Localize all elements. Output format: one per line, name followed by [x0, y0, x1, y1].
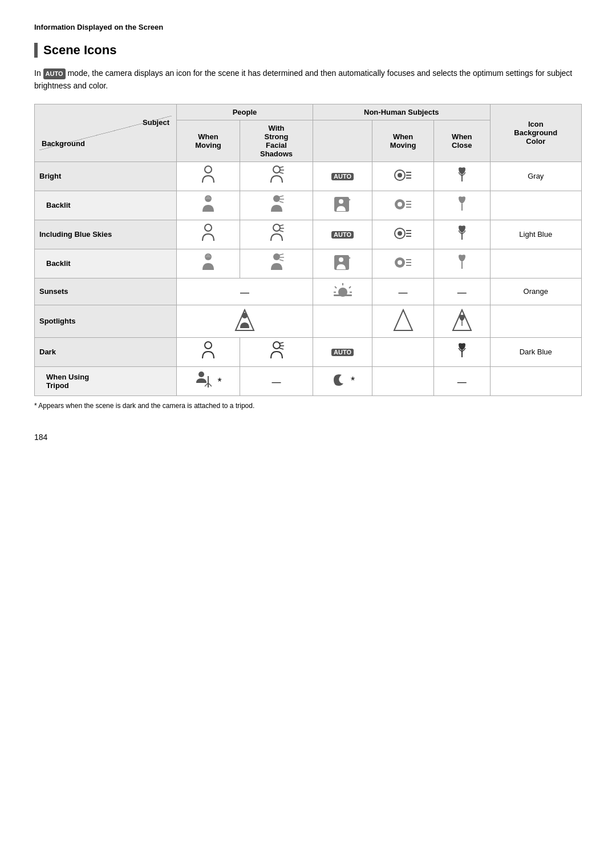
svg-rect-54	[334, 294, 352, 296]
sunsets-label: Sunsets	[35, 278, 177, 305]
sunset-icon	[333, 282, 353, 299]
moon-icon	[330, 372, 347, 389]
dash4: —	[272, 377, 281, 387]
when-moving-header: WhenMoving	[177, 120, 240, 162]
svg-line-13	[279, 196, 283, 197]
dark-label: Dark	[35, 337, 177, 366]
dash1: —	[240, 288, 249, 297]
svg-line-37	[279, 254, 283, 255]
svg-marker-57	[394, 310, 412, 330]
blue-skies-icon-color: Light Blue	[490, 220, 581, 249]
flower-blue-icon	[454, 224, 470, 243]
tripod-asterisk: *	[218, 375, 222, 387]
bright-people-shadows	[240, 162, 313, 191]
dash3: —	[457, 288, 467, 297]
corner-header: Subject Background	[35, 104, 177, 162]
dark-shadows	[240, 337, 313, 366]
svg-line-61	[279, 342, 283, 344]
dark-non-moving	[372, 337, 434, 366]
sunsets-when-close: —	[434, 278, 490, 305]
svg-point-41	[339, 257, 343, 262]
blue-skies-shadows	[240, 220, 313, 249]
flower-dark3-icon	[454, 341, 470, 361]
bright-non-human: AUTO	[313, 162, 372, 191]
non-human-header: Non-Human Subjects	[313, 104, 491, 120]
svg-line-28	[279, 231, 283, 232]
spotlight-flower-icon	[451, 309, 473, 332]
svg-line-63	[279, 348, 283, 349]
svg-line-15	[279, 201, 283, 203]
row-sunsets: Sunsets — — —	[35, 278, 582, 305]
bright-backlit-shadows	[240, 191, 313, 220]
blue-skies-people-moving	[177, 220, 240, 249]
spotlights-non-human-empty	[313, 305, 372, 337]
dark-non-human: AUTO	[313, 337, 372, 366]
sunsets-non-human	[313, 278, 372, 305]
flag-person2-icon	[334, 255, 352, 271]
svg-point-44	[398, 260, 402, 265]
blue-skies-backlit-non-moving	[372, 249, 434, 278]
svg-point-25	[273, 224, 280, 231]
row-bright-backlit: Backlit	[35, 191, 582, 220]
bright-when-close	[434, 162, 490, 191]
person-shadow-icon	[269, 165, 285, 185]
svg-line-39	[279, 260, 283, 261]
dash5: —	[457, 377, 467, 387]
tripod-icon-color	[490, 366, 581, 395]
auto-box-dark-icon: AUTO	[331, 349, 354, 356]
row-blue-skies-backlit: Backlit	[35, 249, 582, 278]
bright-icon-color: Gray	[490, 162, 581, 191]
svg-line-4	[279, 172, 283, 173]
flag-person-icon	[334, 196, 352, 212]
blue-skies-backlit-icon-color	[490, 249, 581, 278]
spotlights-when-close	[434, 305, 490, 337]
scene-icons-table: Subject Background People Non-Human Subj…	[34, 104, 582, 396]
bright-non-moving	[372, 162, 434, 191]
svg-line-50	[335, 286, 337, 288]
non-human-moving-header	[313, 120, 372, 162]
svg-point-60	[273, 342, 280, 349]
circle-sm-icon	[394, 255, 412, 271]
person-normal2-icon	[200, 224, 216, 243]
blue-skies-backlit-shadows	[240, 249, 313, 278]
flower-dark-icon	[454, 195, 470, 214]
row-dark: Dark AUTO	[35, 337, 582, 366]
row-spotlights: Spotlights	[35, 305, 582, 337]
spotlight-person-icon	[233, 309, 256, 332]
footnote: * Appears when the scene is dark and the…	[34, 402, 582, 410]
bright-label: Bright	[35, 162, 177, 191]
blue-skies-label: Including Blue Skies	[35, 220, 177, 249]
svg-point-56	[242, 313, 248, 318]
page-number: 184	[34, 433, 582, 442]
svg-point-6	[398, 173, 402, 177]
person-normal-icon	[200, 165, 216, 185]
flower-icon	[454, 165, 470, 185]
circle-lines-dark-icon	[394, 196, 412, 212]
bright-backlit-non-human	[313, 191, 372, 220]
blue-skies-non-human: AUTO	[313, 220, 372, 249]
bright-backlit-when-close	[434, 191, 490, 220]
blue-skies-backlit-non-human	[313, 249, 372, 278]
row-tripod: When UsingTripod * — *	[35, 366, 582, 395]
spotlights-people	[177, 305, 313, 337]
spotlights-label: Spotlights	[35, 305, 177, 337]
circle-lines-icon	[394, 167, 412, 183]
auto-box-icon: AUTO	[331, 173, 354, 180]
tripod-label: When UsingTripod	[35, 366, 177, 395]
svg-point-20	[398, 202, 402, 207]
svg-point-36	[273, 253, 280, 260]
svg-point-24	[205, 224, 212, 231]
top-label: Information Displayed on the Screen	[34, 23, 582, 31]
bright-people-moving	[177, 162, 240, 191]
dark-icon-color: Dark Blue	[490, 337, 581, 366]
bright-backlit-icon-color	[490, 191, 581, 220]
person-dark-icon	[200, 341, 216, 361]
bright-backlit-people-moving	[177, 191, 240, 220]
section-title: Scene Icons	[34, 43, 582, 58]
tripod-non-human: *	[313, 366, 372, 395]
moon-asterisk: *	[351, 374, 355, 386]
blue-skies-backlit-people-moving	[177, 249, 240, 278]
tripod-people-moving: *	[177, 366, 240, 395]
svg-line-26	[279, 225, 283, 226]
tripod-shadows: —	[240, 366, 313, 395]
